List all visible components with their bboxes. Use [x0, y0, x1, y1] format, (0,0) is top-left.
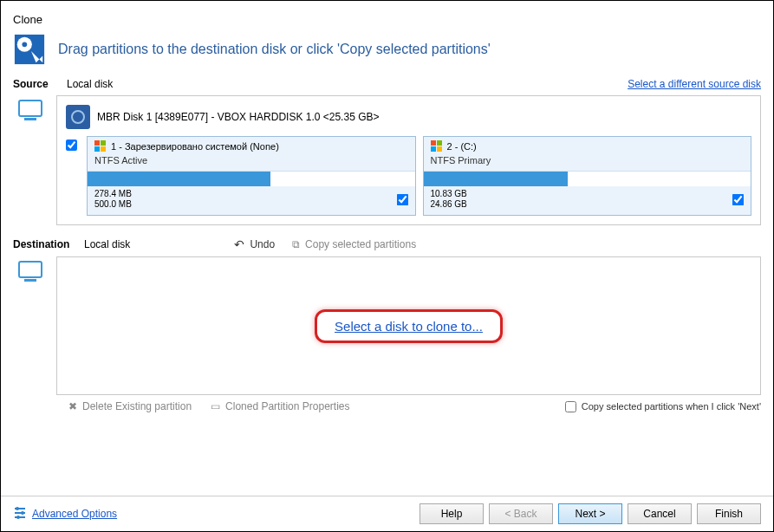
- windows-icon: [431, 140, 442, 152]
- svg-point-2: [22, 42, 27, 47]
- partition-1-checkbox[interactable]: [396, 193, 408, 205]
- source-panel: MBR Disk 1 [4389E077] - VBOX HARDDISK 1.…: [56, 95, 761, 225]
- next-button[interactable]: Next >: [558, 503, 622, 524]
- source-value: Local disk: [67, 78, 113, 90]
- partition-1[interactable]: 1 - Зарезервировано системой (None) NTFS…: [87, 136, 416, 216]
- properties-icon: ▭: [211, 400, 220, 412]
- partition-2-name: 2 - (C:): [447, 141, 477, 152]
- partition-properties-button: ▭ Cloned Partition Properties: [211, 400, 349, 412]
- partition-1-total: 500.0 MB: [94, 199, 132, 210]
- disk-title: MBR Disk 1 [4389E077] - VBOX HARDDISK 1.…: [97, 111, 379, 123]
- destination-device-icon: [13, 256, 48, 395]
- destination-body: Select a disk to clone to...: [13, 256, 761, 395]
- footer: Advanced Options Help < Back Next > Canc…: [1, 496, 773, 531]
- svg-rect-8: [101, 146, 106, 152]
- partition-1-usage: [88, 171, 415, 186]
- svg-rect-11: [431, 146, 436, 152]
- svg-point-16: [21, 511, 24, 515]
- undo-icon: ↶: [234, 237, 244, 251]
- partition-2-total: 24.86 GB: [431, 199, 467, 210]
- svg-rect-9: [431, 140, 436, 146]
- window-title: Clone: [13, 10, 761, 33]
- advanced-icon: [13, 506, 27, 522]
- copy-on-next-checkbox[interactable]: [565, 401, 576, 412]
- copy-on-next-label: Copy selected partitions when I click 'N…: [582, 401, 761, 412]
- header: Drag partitions to the destination disk …: [13, 33, 761, 66]
- partition-2-usage: [424, 171, 751, 186]
- advanced-options-link[interactable]: Advanced Options: [32, 508, 117, 520]
- copy-on-next-option[interactable]: Copy selected partitions when I click 'N…: [565, 401, 761, 412]
- partition-2-checkbox[interactable]: [732, 193, 745, 205]
- svg-rect-5: [94, 140, 100, 146]
- delete-icon: ✖: [68, 400, 77, 412]
- source-label: Source: [13, 78, 67, 90]
- copy-icon: ⧉: [292, 238, 300, 250]
- windows-icon: [94, 140, 106, 152]
- cancel-button[interactable]: Cancel: [628, 503, 692, 524]
- svg-point-15: [16, 507, 19, 510]
- destination-toolbar: ✖ Delete Existing partition ▭ Cloned Par…: [68, 400, 761, 412]
- select-all-partitions-checkbox[interactable]: [66, 139, 77, 151]
- finish-button[interactable]: Finish: [697, 503, 761, 524]
- partition-2[interactable]: 2 - (C:) NTFS Primary 10.83 GB 24.86 GB: [423, 136, 752, 216]
- destination-value: Local disk: [84, 238, 130, 250]
- change-source-link[interactable]: Select a different source disk: [628, 78, 761, 90]
- hdd-icon: [66, 105, 90, 129]
- svg-rect-7: [94, 146, 100, 152]
- clone-icon: [13, 33, 46, 66]
- disk-header: MBR Disk 1 [4389E077] - VBOX HARDDISK 1.…: [66, 105, 751, 129]
- svg-rect-13: [19, 262, 42, 277]
- source-device-icon: [13, 95, 48, 225]
- undo-button[interactable]: ↶ Undo: [234, 237, 275, 251]
- svg-rect-6: [101, 140, 106, 146]
- partition-1-type: NTFS Active: [88, 155, 415, 169]
- help-button[interactable]: Help: [420, 503, 484, 524]
- source-body: MBR Disk 1 [4389E077] - VBOX HARDDISK 1.…: [13, 95, 761, 225]
- destination-header-row: Destination Local disk ↶ Undo ⧉ Copy sel…: [13, 237, 761, 251]
- destination-panel: Select a disk to clone to...: [56, 256, 761, 395]
- partition-1-used: 278.4 MB: [94, 189, 132, 199]
- delete-partition-button: ✖ Delete Existing partition: [68, 400, 192, 412]
- svg-rect-14: [24, 279, 36, 282]
- wizard-buttons: Help < Back Next > Cancel Finish: [420, 503, 761, 524]
- copy-selected-button[interactable]: ⧉ Copy selected partitions: [292, 238, 416, 250]
- highlight-annotation: Select a disk to clone to...: [315, 309, 503, 343]
- header-text: Drag partitions to the destination disk …: [58, 42, 491, 57]
- back-button: < Back: [489, 503, 553, 524]
- destination-label: Destination: [13, 238, 67, 250]
- select-destination-link[interactable]: Select a disk to clone to...: [335, 319, 483, 334]
- clone-window: Clone Drag partitions to the destination…: [0, 0, 774, 532]
- partition-1-name: 1 - Зарезервировано системой (None): [111, 141, 279, 152]
- svg-rect-4: [24, 118, 36, 120]
- svg-point-17: [16, 516, 20, 519]
- partition-2-type: NTFS Primary: [424, 155, 751, 169]
- source-header-row: Source Local disk Select a different sou…: [13, 78, 761, 90]
- svg-rect-3: [19, 101, 42, 116]
- svg-rect-10: [437, 140, 442, 146]
- partition-2-used: 10.83 GB: [431, 189, 467, 199]
- svg-rect-12: [437, 146, 442, 152]
